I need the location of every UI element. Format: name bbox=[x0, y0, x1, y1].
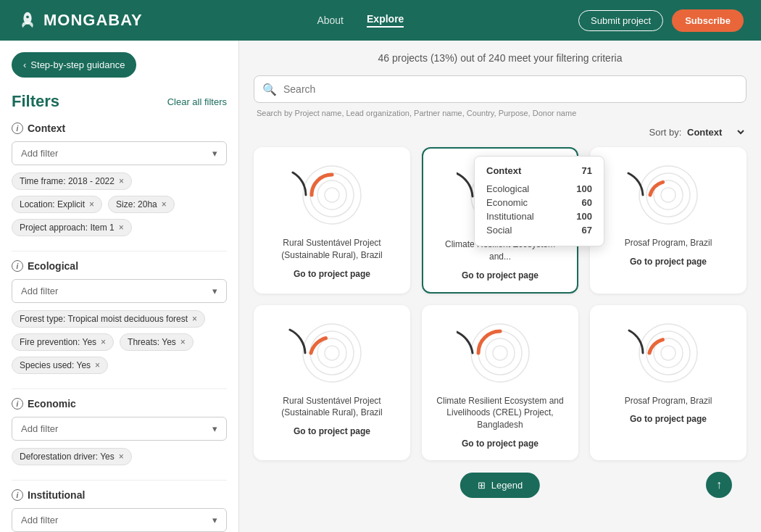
filter-tag-size[interactable]: Size: 20ha × bbox=[108, 196, 175, 213]
ecological-add-filter[interactable]: Add filter ▾ bbox=[12, 279, 227, 303]
clear-filters-link[interactable]: Clear all filters bbox=[167, 96, 227, 107]
radar-svg-1 bbox=[288, 159, 375, 231]
header-buttons: Submit project Subscribe bbox=[578, 9, 744, 32]
sort-bar: Sort by: Context Ecological Economic bbox=[254, 126, 747, 138]
tooltip-row-ecological: Ecological 100 bbox=[486, 182, 592, 196]
economic-filter-tags: Deforestation driver: Yes × bbox=[12, 448, 227, 465]
filters-title: Filters bbox=[12, 92, 59, 111]
context-filter-tags: Time frame: 2018 - 2022 × Location: Expl… bbox=[12, 173, 227, 236]
header: MONGABAY About Explore Submit project Su… bbox=[0, 0, 761, 41]
search-hint: Search by Project name, Lead organizatio… bbox=[254, 109, 747, 117]
filter-tag-timeframe[interactable]: Time frame: 2018 - 2022 × bbox=[12, 173, 132, 190]
radar-chart-5 bbox=[457, 317, 544, 389]
tooltip-row-institutional: Institutional 100 bbox=[486, 209, 592, 223]
economic-header: i Economic bbox=[12, 398, 227, 410]
remove-species-tag[interactable]: × bbox=[95, 360, 100, 370]
sort-label: Sort by: bbox=[649, 127, 682, 138]
project-link-3[interactable]: Go to project page bbox=[630, 257, 707, 267]
filter-tag-species-used[interactable]: Species used: Yes × bbox=[12, 357, 108, 374]
sidebar: ‹ Step-by-step guidance Filters Clear al… bbox=[0, 41, 239, 532]
ecological-filter-tags: Forest type: Tropical moist deciduous fo… bbox=[12, 310, 227, 374]
nav-about[interactable]: About bbox=[317, 14, 344, 26]
remove-deforestation-tag[interactable]: × bbox=[119, 452, 124, 462]
project-card-4: Rural Sustentável Project (Sustainable R… bbox=[254, 305, 410, 460]
chevron-down-icon: ▾ bbox=[212, 148, 217, 159]
nav-explore[interactable]: Explore bbox=[367, 13, 404, 28]
filter-tag-project-approach[interactable]: Project approach: Item 1 × bbox=[12, 219, 132, 236]
chevron-down-icon: ▾ bbox=[212, 515, 217, 525]
project-card-3: Prosaf Program, Brazil Go to project pag… bbox=[590, 147, 747, 294]
tooltip-row-social: Social 67 bbox=[486, 223, 592, 237]
radar-chart-4 bbox=[288, 317, 375, 389]
remove-threats-tag[interactable]: × bbox=[180, 337, 186, 347]
economic-info-icon[interactable]: i bbox=[12, 398, 23, 410]
institutional-info-icon[interactable]: i bbox=[12, 489, 23, 501]
logo: MONGABAY bbox=[17, 10, 143, 30]
filter-section-economic: i Economic Add filter ▾ Deforestation dr… bbox=[12, 398, 227, 465]
project-card-2: Context 71 Ecological 100 Economic 60 In… bbox=[422, 147, 578, 294]
svg-point-1 bbox=[26, 15, 29, 18]
context-header: i Context bbox=[12, 122, 227, 134]
subscribe-button[interactable]: Subscribe bbox=[672, 9, 744, 32]
filter-section-context: i Context Add filter ▾ Time frame: 2018 … bbox=[12, 122, 227, 236]
project-link-1[interactable]: Go to project page bbox=[294, 269, 370, 279]
project-name-1: Rural Sustentável Project (Sustainable R… bbox=[265, 237, 399, 262]
project-card-6: Prosaf Program, Brazil Go to project pag… bbox=[590, 305, 747, 460]
radar-chart-6 bbox=[625, 317, 712, 389]
results-count: 46 projects (13%) out of 240 meet your f… bbox=[254, 52, 747, 64]
tooltip-title: Context 71 bbox=[486, 165, 592, 176]
submit-project-button[interactable]: Submit project bbox=[578, 10, 663, 31]
svg-rect-2 bbox=[288, 159, 375, 231]
bottom-actions: ⊞ Legend ↑ bbox=[254, 466, 747, 510]
project-link-6[interactable]: Go to project page bbox=[630, 414, 707, 424]
chevron-left-icon: ‹ bbox=[23, 59, 26, 70]
project-name-6: Prosaf Program, Brazil bbox=[625, 395, 712, 407]
layers-icon: ⊞ bbox=[478, 480, 486, 491]
filter-tag-forest-type[interactable]: Forest type: Tropical moist deciduous fo… bbox=[12, 310, 205, 328]
main-content: 46 projects (13%) out of 240 meet your f… bbox=[239, 41, 761, 532]
remove-timeframe-tag[interactable]: × bbox=[119, 176, 124, 186]
radar-svg-5 bbox=[457, 317, 544, 389]
legend-button[interactable]: ⊞ Legend bbox=[460, 473, 540, 498]
filter-tag-threats[interactable]: Threats: Yes × bbox=[120, 333, 194, 351]
remove-size-tag[interactable]: × bbox=[162, 199, 167, 209]
scroll-top-button[interactable]: ↑ bbox=[706, 472, 732, 498]
search-input[interactable] bbox=[254, 75, 747, 103]
ecological-header: i Ecological bbox=[12, 260, 227, 272]
context-info-icon[interactable]: i bbox=[12, 122, 23, 134]
remove-location-tag[interactable]: × bbox=[89, 199, 94, 209]
logo-icon bbox=[17, 10, 38, 30]
ecological-info-icon[interactable]: i bbox=[12, 260, 23, 272]
project-link-5[interactable]: Go to project page bbox=[462, 439, 538, 449]
project-card-1: Rural Sustentável Project (Sustainable R… bbox=[254, 147, 410, 294]
filter-section-institutional: i Institutional Add filter ▾ bbox=[12, 489, 227, 532]
project-card-5: Climate Resilient Ecosystem and Liveliho… bbox=[422, 305, 578, 460]
filter-tag-deforestation-driver[interactable]: Deforestation driver: Yes × bbox=[12, 448, 132, 465]
filter-tag-location[interactable]: Location: Explicit × bbox=[12, 196, 102, 213]
remove-forest-type-tag[interactable]: × bbox=[192, 314, 197, 324]
filter-tag-fire-prevention[interactable]: Fire prevention: Yes × bbox=[12, 333, 114, 351]
institutional-add-filter[interactable]: Add filter ▾ bbox=[12, 508, 227, 532]
radar-svg-6 bbox=[625, 317, 712, 389]
chevron-down-icon: ▾ bbox=[212, 423, 217, 434]
project-name-5: Climate Resilient Ecosystem and Liveliho… bbox=[433, 395, 567, 431]
radar-svg-4 bbox=[288, 317, 375, 389]
remove-approach-tag[interactable]: × bbox=[119, 223, 124, 233]
chevron-down-icon: ▾ bbox=[212, 286, 217, 296]
guidance-button[interactable]: ‹ Step-by-step guidance bbox=[12, 52, 136, 78]
radar-svg-3 bbox=[625, 159, 712, 231]
project-name-3: Prosaf Program, Brazil bbox=[625, 237, 712, 249]
filter-section-ecological: i Ecological Add filter ▾ Forest type: T… bbox=[12, 260, 227, 374]
search-icon: 🔍 bbox=[262, 83, 277, 96]
main-nav: About Explore bbox=[317, 13, 404, 28]
sort-select[interactable]: Context Ecological Economic bbox=[684, 126, 747, 138]
context-add-filter[interactable]: Add filter ▾ bbox=[12, 141, 227, 165]
project-link-4[interactable]: Go to project page bbox=[294, 426, 370, 436]
main-layout: ‹ Step-by-step guidance Filters Clear al… bbox=[0, 41, 761, 532]
project-name-4: Rural Sustentável Project (Sustainable R… bbox=[265, 395, 399, 420]
remove-fire-prevention-tag[interactable]: × bbox=[101, 337, 106, 347]
economic-add-filter[interactable]: Add filter ▾ bbox=[12, 417, 227, 441]
filters-header: Filters Clear all filters bbox=[12, 92, 227, 111]
project-link-2[interactable]: Go to project page bbox=[462, 270, 538, 280]
radar-chart-3 bbox=[625, 159, 712, 231]
